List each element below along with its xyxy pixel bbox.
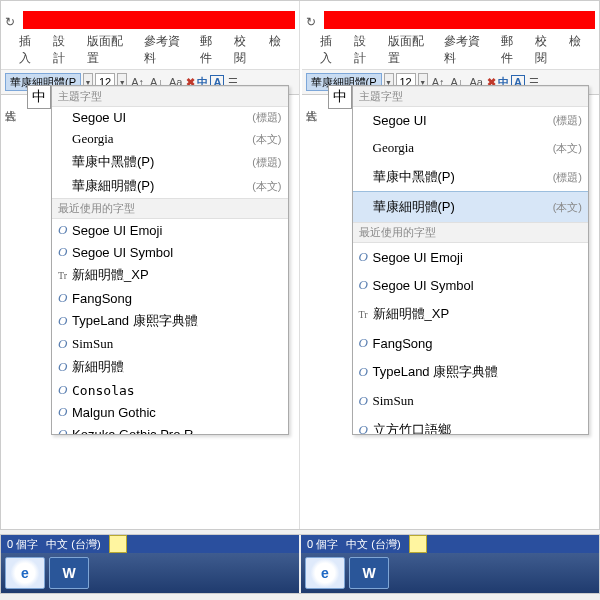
font-option[interactable]: OMalgun Gothic (52, 401, 288, 423)
tab-layout[interactable]: 版面配置 (87, 33, 131, 67)
tab-layout[interactable]: 版面配置 (388, 33, 432, 67)
font-type-icon: O (58, 336, 72, 352)
font-option[interactable]: OTypeLand 康熙字典體 (52, 309, 288, 333)
font-option[interactable]: OConsolas (52, 379, 288, 401)
font-type-icon: O (359, 364, 373, 380)
font-type-icon: O (58, 244, 72, 260)
font-option-hint: (本文) (553, 200, 582, 215)
font-option[interactable]: 華康中黑體(P)(標題) (52, 150, 288, 174)
font-option-label: 新細明體 (72, 358, 282, 376)
font-option-label: Segoe UI Emoji (72, 223, 282, 238)
font-type-icon: O (58, 290, 72, 306)
language-status[interactable]: 中文 (台灣) (46, 537, 100, 552)
font-option-label: TypeLand 康熙字典體 (373, 363, 583, 381)
font-option[interactable]: Georgia(本文) (52, 128, 288, 150)
word-count[interactable]: 0 個字 (307, 537, 338, 552)
font-option-label: 立方竹口語鄉 (373, 421, 583, 435)
notify-icon[interactable] (109, 535, 127, 553)
tab-mailings[interactable]: 郵件 (200, 33, 222, 67)
tab-design[interactable]: 設計 (53, 33, 75, 67)
font-option[interactable]: Segoe UI(標題) (52, 107, 288, 128)
font-option[interactable]: OKozuka Gothic Pro R (52, 423, 288, 435)
font-option-label: Segoe UI (72, 110, 248, 125)
tab-view[interactable]: 檢 (569, 33, 581, 67)
font-option-hint: (標題) (252, 110, 281, 125)
font-dropdown[interactable]: 主題字型Segoe UI(標題)Georgia(本文)華康中黑體(P)(標題)華… (352, 85, 590, 435)
font-dropdown[interactable]: 主題字型Segoe UI(標題)Georgia(本文)華康中黑體(P)(標題)華… (51, 85, 289, 435)
accent-bar (324, 11, 596, 29)
tab-mailings[interactable]: 郵件 (501, 33, 523, 67)
word-count[interactable]: 0 個字 (7, 537, 38, 552)
taskbar-left: 0 個字 中文 (台灣) e W (1, 535, 299, 593)
ie-icon[interactable]: e (5, 557, 45, 589)
font-option-label: 華康中黑體(P) (373, 168, 549, 186)
font-type-icon: O (359, 393, 373, 409)
font-option[interactable]: 華康細明體(P)(本文) (352, 191, 590, 223)
font-group-header: 最近使用的字型 (353, 222, 589, 243)
font-option[interactable]: O新細明體 (52, 355, 288, 379)
font-option-label: Malgun Gothic (72, 405, 282, 420)
right-pane: ↻ 插入 設計 版面配置 參考資料 郵件 校閱 檢 華康細明體(P ▼ 12 ▼… (302, 1, 600, 529)
font-option-label: Segoe UI (373, 113, 549, 128)
tab-references[interactable]: 參考資料 (444, 33, 488, 67)
font-option[interactable]: OSegoe UI Emoji (353, 243, 589, 271)
font-option[interactable]: OSegoe UI Emoji (52, 219, 288, 241)
font-option-label: Georgia (72, 131, 248, 147)
font-option[interactable]: OSimSun (353, 387, 589, 415)
font-type-icon: O (359, 422, 373, 435)
font-option-hint: (本文) (252, 132, 281, 147)
font-type-icon: O (58, 222, 72, 238)
font-option[interactable]: OSegoe UI Symbol (52, 241, 288, 263)
font-option-label: 華康細明體(P) (373, 198, 549, 216)
font-type-icon: O (58, 382, 72, 398)
font-option-label: Georgia (373, 140, 549, 156)
taskbar-right: 0 個字 中文 (台灣) e W (301, 535, 599, 593)
font-option-label: TypeLand 康熙字典體 (72, 312, 282, 330)
font-option[interactable]: OSegoe UI Symbol (353, 271, 589, 299)
font-option-hint: (本文) (553, 141, 582, 156)
font-type-icon: O (58, 313, 72, 329)
tab-insert[interactable]: 插入 (19, 33, 41, 67)
tab-design[interactable]: 設計 (354, 33, 376, 67)
font-option[interactable]: OFangSong (353, 329, 589, 357)
ime-indicator[interactable]: 中 (27, 85, 51, 109)
taskbar-row: 0 個字 中文 (台灣) e W 0 個字 中文 (台灣) e W (0, 534, 600, 594)
font-option[interactable]: OTypeLand 康熙字典體 (353, 357, 589, 387)
font-type-icon: O (359, 335, 373, 351)
font-option[interactable]: Segoe UI(標題) (353, 107, 589, 134)
font-option-hint: (本文) (252, 179, 281, 194)
tab-references[interactable]: 參考資料 (144, 33, 188, 67)
font-option[interactable]: Tr新細明體_XP (52, 263, 288, 287)
tab-review[interactable]: 校閱 (234, 33, 256, 67)
font-option-label: 新細明體_XP (373, 305, 583, 323)
font-option-label: FangSong (72, 291, 282, 306)
tab-view[interactable]: 檢 (269, 33, 281, 67)
language-status[interactable]: 中文 (台灣) (346, 537, 400, 552)
tab-insert[interactable]: 插入 (320, 33, 342, 67)
font-option-label: Segoe UI Symbol (373, 278, 583, 293)
font-group-header: 主題字型 (52, 86, 288, 107)
taskbar-buttons: e W (301, 553, 599, 593)
font-option[interactable]: 華康細明體(P)(本文) (52, 174, 288, 198)
ime-indicator[interactable]: 中 (328, 85, 352, 109)
tab-review[interactable]: 校閱 (535, 33, 557, 67)
font-group-header: 主題字型 (353, 86, 589, 107)
refresh-icon[interactable]: ↻ (5, 15, 19, 29)
font-option[interactable]: Georgia(本文) (353, 134, 589, 162)
font-option[interactable]: OFangSong (52, 287, 288, 309)
font-option[interactable]: Tr新細明體_XP (353, 299, 589, 329)
word-icon[interactable]: W (349, 557, 389, 589)
font-option[interactable]: OSimSun (52, 333, 288, 355)
accent-bar (23, 11, 295, 29)
notify-icon[interactable] (409, 535, 427, 553)
font-option[interactable]: O立方竹口語鄉 (353, 415, 589, 435)
title-strip: ↻ (302, 1, 600, 29)
ie-icon[interactable]: e (305, 557, 345, 589)
word-icon[interactable]: W (49, 557, 89, 589)
font-option-hint: (標題) (553, 170, 582, 185)
font-option-label: 新細明體_XP (72, 266, 282, 284)
refresh-icon[interactable]: ↻ (306, 15, 320, 29)
font-type-icon: O (58, 426, 72, 435)
font-option[interactable]: 華康中黑體(P)(標題) (353, 162, 589, 192)
font-option-label: FangSong (373, 336, 583, 351)
